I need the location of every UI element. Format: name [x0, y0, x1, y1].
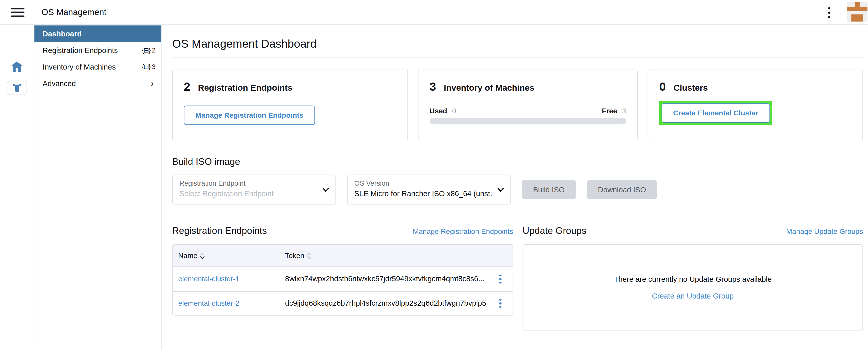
count-badge-icon: {⊟} — [142, 63, 150, 71]
chevron-down-icon — [497, 187, 504, 192]
sidebar-item-label: Dashboard — [42, 30, 82, 38]
os-version-select[interactable]: OS Version SLE Micro for Rancher ISO x86… — [347, 175, 511, 205]
registration-endpoints-table: Name Token — [172, 244, 513, 316]
count-badge: {⊟} 3 — [142, 63, 156, 71]
icon-rail — [0, 25, 34, 350]
table-row: elemental-cluster-2 dc9jjdq68ksqqz6b7rhp… — [173, 291, 513, 315]
registration-endpoints-card: 2 Registration Endpoints Manage Registra… — [172, 70, 408, 140]
table-row: elemental-cluster-1 8wlxn74wpx2hdsth6ntw… — [173, 267, 513, 291]
sidebar-item-registration-endpoints[interactable]: Registration Endpoints {⊟} 2 — [34, 42, 161, 59]
count-badge: {⊟} 2 — [142, 46, 156, 54]
count-badge-icon: {⊟} — [142, 46, 150, 54]
free-label: Free — [602, 107, 617, 115]
select-placeholder: Select Registration Endpoint — [179, 189, 318, 198]
sidebar-nav: Dashboard Registration Endpoints {⊟} 2 I… — [34, 25, 162, 350]
manage-registration-endpoints-button[interactable]: Manage Registration Endpoints — [184, 105, 315, 125]
endpoint-token: dc9jjdq68ksqqz6b7rhpl4sfcrzmxv8lpp2s2q6d… — [285, 299, 486, 308]
row-actions-kebab-icon[interactable] — [497, 272, 504, 286]
inventory-of-machines-card: 3 Inventory of Machines Used 0 Free 3 — [418, 70, 638, 140]
registration-endpoints-section-title: Registration Endpoints — [172, 225, 267, 236]
sidebar-item-advanced[interactable]: Advanced › — [34, 75, 161, 92]
card-count: 0 — [659, 80, 666, 94]
download-iso-button[interactable]: Download ISO — [587, 180, 657, 199]
manage-update-groups-link[interactable]: Manage Update Groups — [786, 227, 863, 236]
used-value: 0 — [452, 107, 456, 115]
sidebar-item-label: Advanced — [42, 79, 76, 88]
hamburger-menu-icon[interactable] — [11, 7, 24, 17]
create-update-group-link[interactable]: Create an Update Group — [652, 292, 734, 300]
app-logo-icon[interactable] — [847, 2, 867, 22]
clusters-card: 0 Clusters Create Elemental Cluster — [648, 70, 863, 140]
select-label: OS Version — [354, 180, 504, 187]
select-label: Registration Endpoint — [179, 180, 329, 187]
machines-usage-progress-bar — [430, 118, 626, 124]
elemental-extension-button[interactable] — [7, 81, 27, 95]
card-title: Clusters — [674, 83, 708, 93]
update-groups-empty-panel: There are currently no Update Groups ava… — [523, 244, 863, 331]
build-iso-button[interactable]: Build ISO — [522, 180, 576, 199]
action-highlight-box: Create Elemental Cluster — [659, 101, 772, 125]
page-title: OS Management Dashboard — [172, 37, 863, 58]
sort-carets-icon[interactable] — [306, 252, 312, 259]
card-count: 3 — [430, 80, 436, 94]
free-value: 3 — [622, 107, 626, 115]
card-count: 2 — [184, 80, 190, 94]
manage-registration-endpoints-link[interactable]: Manage Registration Endpoints — [413, 227, 513, 236]
sidebar-item-dashboard[interactable]: Dashboard — [34, 26, 161, 42]
empty-state-text: There are currently no Update Groups ava… — [614, 275, 772, 283]
build-iso-title: Build ISO image — [172, 156, 863, 167]
sidebar-item-inventory-of-machines[interactable]: Inventory of Machines {⊟} 3 — [34, 59, 161, 75]
header-kebab-menu-icon[interactable] — [825, 6, 834, 19]
chevron-down-icon — [322, 187, 330, 192]
select-value: SLE Micro for Rancher ISO x86_64 (unst..… — [354, 189, 493, 198]
registration-endpoint-select[interactable]: Registration Endpoint Select Registratio… — [172, 175, 336, 205]
home-icon[interactable] — [11, 61, 23, 74]
create-elemental-cluster-button[interactable]: Create Elemental Cluster — [661, 103, 770, 123]
app-title: OS Management — [41, 7, 106, 17]
sort-carets-icon[interactable] — [200, 252, 205, 259]
endpoint-name-link[interactable]: elemental-cluster-2 — [178, 299, 240, 308]
update-groups-section-title: Update Groups — [523, 225, 586, 236]
elemental-bull-icon — [11, 82, 23, 93]
card-title: Inventory of Machines — [444, 83, 534, 93]
top-bar: OS Management — [0, 0, 868, 25]
endpoint-name-link[interactable]: elemental-cluster-1 — [178, 275, 240, 283]
card-title: Registration Endpoints — [198, 83, 292, 93]
chevron-right-icon: › — [151, 79, 154, 88]
used-label: Used — [430, 107, 447, 115]
table-header-row: Name Token — [173, 245, 513, 267]
column-header-name[interactable]: Name — [178, 251, 197, 260]
row-actions-kebab-icon[interactable] — [497, 296, 504, 310]
endpoint-token: 8wlxn74wpx2hdsth6ntwxkc57jdr5949xktvfkgc… — [285, 275, 484, 283]
column-header-token[interactable]: Token — [285, 251, 304, 260]
sidebar-item-label: Inventory of Machines — [42, 63, 116, 71]
main-content: OS Management Dashboard 2 Registration E… — [162, 25, 868, 350]
os-management-app: OS Management — [0, 0, 868, 350]
sidebar-item-label: Registration Endpoints — [42, 46, 118, 55]
